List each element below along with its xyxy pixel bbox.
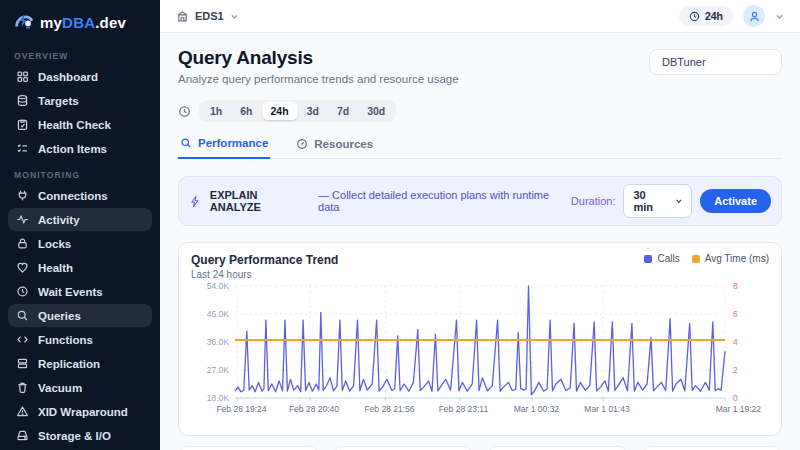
chevron-down-icon[interactable] [775, 12, 784, 21]
sidebar-item-label: Functions [38, 334, 93, 346]
banner-title: EXPLAIN ANALYZE [210, 189, 310, 213]
sidebar-item-label: Replication [38, 358, 100, 370]
trend-line-chart: 54.0K45.0K36.0K27.0K18.0K86420Feb 28 19:… [191, 280, 771, 428]
dbtuner-button[interactable]: DBTuner [649, 49, 782, 75]
layers-icon [16, 357, 29, 370]
brand-wordmark: myDBA.dev [40, 14, 126, 31]
tab-performance[interactable]: Performance [178, 137, 270, 159]
svg-text:8: 8 [733, 281, 738, 291]
time-range-24h[interactable]: 24h [262, 102, 298, 120]
time-range-6h[interactable]: 6h [231, 102, 261, 120]
plug-icon [16, 189, 29, 202]
sidebar-item-activity[interactable]: Activity [8, 208, 152, 231]
sidebar-item-connections[interactable]: Connections [8, 184, 152, 207]
tab-bar: Performance Resources [178, 137, 782, 159]
sidebar-item-storage-io[interactable]: Storage & I/O [8, 424, 152, 447]
svg-text:18.0K: 18.0K [207, 393, 230, 403]
stat-card[interactable] [642, 446, 783, 450]
sidebar-item-label: Wait Events [38, 286, 103, 298]
time-badge: 24h [705, 10, 723, 22]
chart-subtitle: Last 24 hours [191, 269, 338, 280]
chevron-down-icon [230, 12, 239, 21]
sidebar-item-label: Vacuum [38, 382, 82, 394]
svg-text:2: 2 [733, 365, 738, 375]
clock-icon [16, 285, 29, 298]
stat-card[interactable] [487, 446, 628, 450]
tab-label: Resources [314, 138, 373, 150]
duration-select[interactable]: 30 min [623, 184, 692, 218]
tab-label: Performance [198, 137, 268, 149]
svg-text:Feb 28 23:11: Feb 28 23:11 [439, 404, 489, 414]
legend-item-avg-time[interactable]: Avg Time (ms) [692, 253, 769, 264]
app-window: myDBA.dev OVERVIEW Dashboard Targets Hea… [0, 0, 800, 450]
sidebar-item-label: Queries [38, 310, 81, 322]
sidebar-item-label: Dashboard [38, 71, 98, 83]
time-range-7d[interactable]: 7d [328, 102, 358, 120]
global-time-range-button[interactable]: 24h [679, 6, 733, 26]
search-icon [16, 309, 29, 322]
chart-title: Query Performance Trend [191, 253, 338, 267]
dashboard-icon [16, 70, 29, 83]
environment-switcher[interactable]: EDS1 [176, 10, 239, 23]
sidebar-item-action-items[interactable]: Action Items [8, 137, 152, 160]
chevron-down-icon [675, 197, 683, 205]
time-range-30d[interactable]: 30d [358, 102, 394, 120]
stat-card[interactable] [178, 446, 319, 450]
sidebar-item-label: Storage & I/O [38, 430, 111, 442]
time-range-3d[interactable]: 3d [298, 102, 328, 120]
gauge-icon [296, 138, 308, 150]
sidebar: myDBA.dev OVERVIEW Dashboard Targets Hea… [0, 0, 160, 450]
warning-triangle-icon [16, 405, 29, 418]
section-label-overview: OVERVIEW [14, 51, 146, 61]
stat-card[interactable] [333, 446, 474, 450]
checklist-icon [16, 142, 29, 155]
activity-pulse-icon [16, 213, 29, 226]
lock-icon [16, 237, 29, 250]
activate-button[interactable]: Activate [700, 189, 771, 213]
svg-text:0: 0 [733, 393, 738, 403]
search-icon [180, 137, 192, 149]
legend-label: Avg Time (ms) [705, 253, 769, 264]
duration-value: 30 min [633, 189, 666, 213]
sidebar-item-targets[interactable]: Targets [8, 89, 152, 112]
sidebar-item-health-check[interactable]: Health Check [8, 113, 152, 136]
code-icon [16, 333, 29, 346]
sidebar-item-health[interactable]: Health [8, 256, 152, 279]
user-avatar[interactable] [743, 5, 765, 27]
banner-description: — Collect detailed execution plans with … [318, 189, 571, 213]
legend-item-calls[interactable]: Calls [644, 253, 679, 264]
svg-text:Mar 1 01:43: Mar 1 01:43 [584, 404, 630, 414]
sidebar-item-wait-events[interactable]: Wait Events [8, 280, 152, 303]
heart-icon [16, 261, 29, 274]
sidebar-item-replication[interactable]: Replication [8, 352, 152, 375]
sidebar-item-label: Targets [38, 95, 79, 107]
svg-text:Mar 1 19:22: Mar 1 19:22 [716, 404, 762, 414]
database-icon [16, 94, 29, 107]
svg-text:27.0K: 27.0K [207, 365, 230, 375]
building-icon [176, 10, 189, 23]
query-performance-trend-card: Query Performance Trend Last 24 hours Ca… [178, 242, 782, 436]
explain-analyze-banner: EXPLAIN ANALYZE — Collect detailed execu… [178, 176, 782, 226]
sidebar-item-vacuum[interactable]: Vacuum [8, 376, 152, 399]
sidebar-item-label: XID Wraparound [38, 406, 128, 418]
legend-label: Calls [657, 253, 679, 264]
sidebar-item-queries[interactable]: Queries [8, 304, 152, 327]
sidebar-item-label: Locks [38, 238, 71, 250]
sidebar-item-functions[interactable]: Functions [8, 328, 152, 351]
svg-text:Feb 28 20:40: Feb 28 20:40 [289, 404, 339, 414]
clock-icon [689, 11, 700, 22]
brand-logo[interactable]: myDBA.dev [0, 0, 160, 41]
person-icon [748, 10, 761, 23]
sidebar-item-locks[interactable]: Locks [8, 232, 152, 255]
sidebar-item-xid-wraparound[interactable]: XID Wraparound [8, 400, 152, 423]
topbar: EDS1 24h [160, 0, 800, 33]
storage-drive-icon [16, 429, 29, 442]
time-range-1h[interactable]: 1h [201, 102, 231, 120]
svg-text:4: 4 [733, 337, 738, 347]
lightning-bolt-icon [189, 195, 202, 208]
svg-text:Feb 28 21:56: Feb 28 21:56 [364, 404, 414, 414]
svg-text:Mar 1 00:32: Mar 1 00:32 [514, 404, 560, 414]
page-title: Query Analysis [178, 47, 459, 69]
tab-resources[interactable]: Resources [294, 137, 375, 158]
sidebar-item-dashboard[interactable]: Dashboard [8, 65, 152, 88]
